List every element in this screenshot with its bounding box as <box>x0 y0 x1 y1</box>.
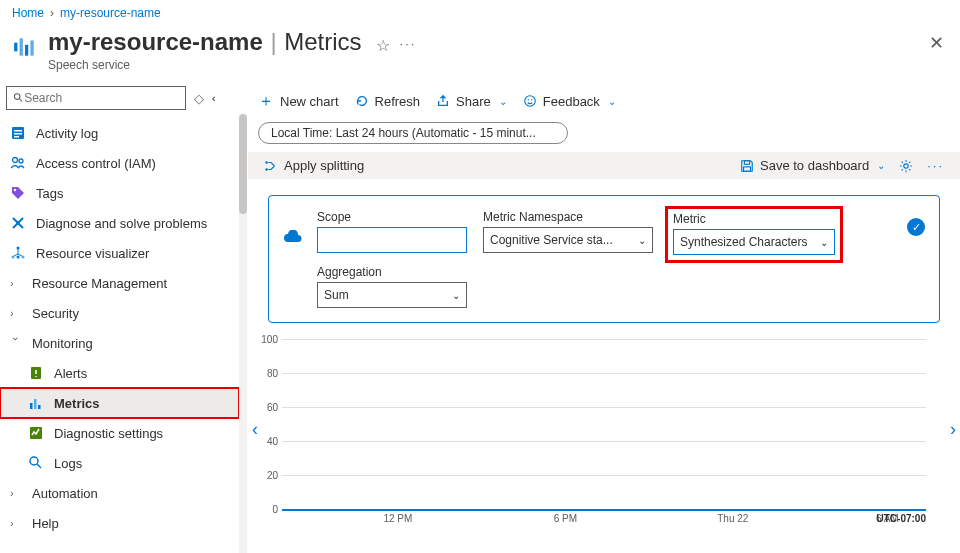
sidebar-item-logs[interactable]: Logs <box>0 448 239 478</box>
sidebar-item-resource-visualizer[interactable]: Resource visualizer <box>0 238 239 268</box>
aggregation-label: Aggregation <box>317 265 467 279</box>
logs-icon <box>28 455 44 471</box>
namespace-value: Cognitive Service sta... <box>490 233 613 247</box>
grid-line <box>282 407 926 408</box>
chevron-down-icon: ⌄ <box>638 235 646 246</box>
sidebar-scrollbar[interactable] <box>239 114 247 553</box>
scope-selector[interactable] <box>317 227 467 253</box>
sidebar-item-metrics[interactable]: Metrics <box>0 388 239 418</box>
svg-point-27 <box>531 99 532 100</box>
save-to-dashboard-button[interactable]: Save to dashboard ⌄ <box>740 158 885 173</box>
chart-area: ‹ › 100 80 60 40 20 0 12 PM 6 PM Thu 22 <box>256 339 952 539</box>
sidebar-item-label: Help <box>32 516 59 531</box>
sidebar-item-diagnose[interactable]: Diagnose and solve problems <box>0 208 239 238</box>
svg-rect-2 <box>25 45 28 56</box>
config-label: Apply splitting <box>284 158 364 173</box>
chart-next-button[interactable]: › <box>950 419 956 440</box>
svg-rect-30 <box>744 160 749 164</box>
sidebar-item-label: Diagnostic settings <box>54 426 163 441</box>
svg-point-23 <box>30 457 38 465</box>
svg-point-26 <box>527 99 528 100</box>
chevron-down-icon: ⌄ <box>452 290 460 301</box>
close-button[interactable]: ✕ <box>929 32 944 54</box>
x-tick: Thu 22 <box>717 513 748 524</box>
svg-rect-21 <box>38 405 41 409</box>
svg-rect-0 <box>14 43 17 52</box>
svg-rect-7 <box>14 130 22 132</box>
metric-label: Metric <box>673 212 835 226</box>
toolbar-label: Feedback <box>543 94 600 109</box>
toolbar-label: New chart <box>280 94 339 109</box>
x-tick: 6 PM <box>554 513 577 524</box>
chevron-right-icon: › <box>10 307 22 319</box>
sidebar-item-label: Resource visualizer <box>36 246 149 261</box>
grid-line <box>282 339 926 340</box>
x-tick: 12 PM <box>383 513 412 524</box>
svg-rect-9 <box>14 136 19 138</box>
y-tick: 80 <box>267 368 278 379</box>
sidebar-item-label: Logs <box>54 456 82 471</box>
metric-card: ✓ Scope Metric Namespace Cognitive Servi… <box>268 195 940 323</box>
feedback-button[interactable]: Feedback ⌄ <box>523 94 616 109</box>
refresh-icon <box>355 94 369 108</box>
sidebar-item-alerts[interactable]: Alerts <box>0 358 239 388</box>
sidebar-item-label: Tags <box>36 186 63 201</box>
new-chart-button[interactable]: ＋ New chart <box>258 91 339 112</box>
page-title: Metrics <box>284 28 361 55</box>
chevron-right-icon: › <box>10 277 22 289</box>
config-label: Save to dashboard <box>760 158 869 173</box>
aggregation-selector[interactable]: Sum ⌄ <box>317 282 467 308</box>
sidebar: ◇ ‹‹ Activity log Access control (IAM) T… <box>0 86 248 553</box>
sidebar-item-label: Monitoring <box>32 336 93 351</box>
svg-rect-31 <box>744 166 751 170</box>
metric-selector[interactable]: Synthesized Characters ⌄ <box>673 229 835 255</box>
grid-line <box>282 441 926 442</box>
plus-icon: ＋ <box>258 91 274 112</box>
more-button[interactable]: ··· <box>400 36 417 51</box>
aggregation-value: Sum <box>324 288 349 302</box>
breadcrumb-home[interactable]: Home <box>12 6 44 20</box>
sidebar-item-label: Metrics <box>54 396 100 411</box>
favorite-button[interactable]: ☆ <box>376 36 390 55</box>
sidebar-item-activity-log[interactable]: Activity log <box>0 118 239 148</box>
chart-prev-button[interactable]: ‹ <box>252 419 258 440</box>
sidebar-item-label: Access control (IAM) <box>36 156 156 171</box>
chevron-right-icon: › <box>10 517 22 529</box>
sidebar-item-help[interactable]: › Help <box>0 508 239 538</box>
timezone-label: UTC-07:00 <box>877 513 926 524</box>
search-icon <box>13 92 24 104</box>
time-range-selector[interactable]: Local Time: Last 24 hours (Automatic - 1… <box>258 122 568 144</box>
svg-rect-3 <box>30 41 33 56</box>
svg-point-13 <box>16 221 20 225</box>
svg-point-17 <box>17 256 20 259</box>
sidebar-scrollbar-thumb[interactable] <box>239 114 247 214</box>
sidebar-item-monitoring[interactable]: › Monitoring <box>0 328 239 358</box>
apply-splitting-button[interactable]: Apply splitting <box>264 158 364 173</box>
sidebar-item-security[interactable]: › Security <box>0 298 239 328</box>
alerts-icon <box>28 365 44 381</box>
scope-label: Scope <box>317 210 467 224</box>
chart-plot: 100 80 60 40 20 0 12 PM 6 PM Thu 22 6 AM… <box>282 339 926 509</box>
settings-icon[interactable] <box>899 159 913 173</box>
more-config-button[interactable]: ··· <box>927 158 944 173</box>
share-button[interactable]: Share ⌄ <box>436 94 507 109</box>
sidebar-search[interactable] <box>6 86 186 110</box>
breadcrumb-resource[interactable]: my-resource-name <box>60 6 161 20</box>
expand-icon[interactable]: ◇ <box>192 91 206 105</box>
check-icon: ✓ <box>907 218 925 236</box>
sidebar-item-resource-management[interactable]: › Resource Management <box>0 268 239 298</box>
breadcrumb: Home › my-resource-name <box>0 0 960 26</box>
sidebar-item-diagnostic-settings[interactable]: Diagnostic settings <box>0 418 239 448</box>
namespace-selector[interactable]: Cognitive Service sta... ⌄ <box>483 227 653 253</box>
sidebar-item-access-control[interactable]: Access control (IAM) <box>0 148 239 178</box>
svg-rect-19 <box>30 403 33 409</box>
refresh-button[interactable]: Refresh <box>355 94 421 109</box>
sidebar-item-automation[interactable]: › Automation <box>0 478 239 508</box>
search-input[interactable] <box>24 91 179 105</box>
sidebar-item-label: Alerts <box>54 366 87 381</box>
chart-config-bar: Apply splitting Save to dashboard ⌄ ··· <box>248 152 960 179</box>
y-tick: 60 <box>267 402 278 413</box>
sidebar-item-tags[interactable]: Tags <box>0 178 239 208</box>
toolbar: ＋ New chart Refresh Share ⌄ Feedback ⌄ <box>248 86 960 116</box>
chart-baseline <box>282 509 926 511</box>
